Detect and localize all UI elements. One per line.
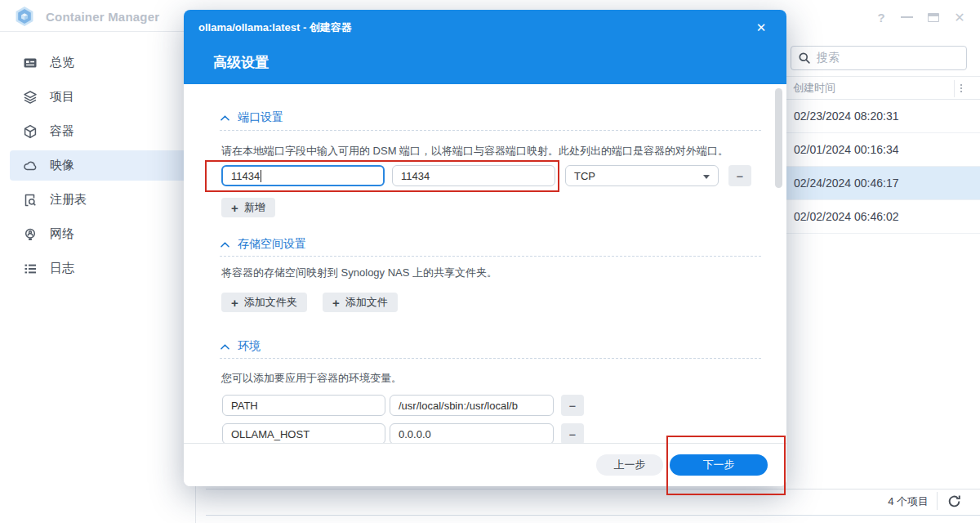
chevron-up-icon bbox=[220, 242, 229, 248]
protocol-select[interactable]: TCP bbox=[565, 165, 719, 186]
section-title-label: 端口设置 bbox=[238, 110, 283, 125]
chevron-up-icon bbox=[220, 344, 229, 350]
section-storage-toggle[interactable]: 存储空间设置 bbox=[220, 237, 306, 252]
plus-icon: + bbox=[231, 201, 238, 215]
statusbar-vertical-divider bbox=[937, 492, 938, 510]
next-button[interactable]: 下一步 bbox=[670, 454, 768, 476]
env-name-input[interactable]: PATH bbox=[222, 395, 385, 416]
statusbar-divider-top bbox=[206, 489, 980, 489]
search-input[interactable]: 搜索 bbox=[791, 46, 967, 70]
text-cursor bbox=[261, 170, 261, 182]
create-container-dialog: ollama/ollama:latest - 创建容器 高级设置 ✕ 端口设置 … bbox=[184, 10, 786, 486]
minus-icon: − bbox=[737, 169, 744, 183]
search-icon bbox=[798, 51, 811, 65]
table-row[interactable]: 02/23/2024 08:20:31 bbox=[786, 100, 980, 133]
search-placeholder: 搜索 bbox=[817, 51, 840, 65]
container-manager-window: Container Manager ? ✕ 总览 项目 bbox=[0, 0, 980, 523]
add-port-label: 新增 bbox=[244, 200, 265, 215]
environment-description: 您可以添加要应用于容器的环境变量。 bbox=[221, 371, 402, 386]
plus-icon: + bbox=[332, 296, 340, 310]
section-divider bbox=[220, 358, 761, 359]
dialog-footer: 上一步 下一步 bbox=[184, 443, 786, 486]
created-time-cell: 02/02/2024 06:46:02 bbox=[794, 210, 898, 223]
chevron-up-icon bbox=[220, 115, 229, 121]
env-value-input[interactable]: 0.0.0.0 bbox=[390, 423, 554, 445]
ports-description: 请在本地端口字段中输入可用的 DSM 端口，以将端口与容器端口映射。此处列出的端… bbox=[221, 144, 728, 159]
container-port-input[interactable]: 11434 bbox=[392, 165, 555, 186]
refresh-icon bbox=[947, 494, 962, 509]
dialog-subtitle: 高级设置 bbox=[213, 53, 269, 72]
column-header-row: 创建时间 bbox=[786, 76, 980, 100]
section-environment-toggle[interactable]: 环境 bbox=[220, 339, 261, 354]
container-port-value: 11434 bbox=[401, 170, 430, 182]
protocol-value: TCP bbox=[574, 170, 595, 182]
item-count-label: 4 个项目 bbox=[888, 494, 929, 509]
created-time-cell: 02/23/2024 08:20:31 bbox=[794, 110, 898, 123]
env-value-value: /usr/local/sbin:/usr/local/b bbox=[399, 400, 518, 412]
local-port-input[interactable]: 11434 bbox=[221, 165, 385, 186]
table-row-selected[interactable]: 02/24/2024 00:46:17 bbox=[786, 167, 980, 200]
statusbar-divider-bottom bbox=[206, 515, 980, 516]
column-options-icon[interactable] bbox=[960, 84, 962, 92]
section-ports-toggle[interactable]: 端口设置 bbox=[220, 110, 283, 125]
column-divider bbox=[954, 80, 955, 97]
env-value-input[interactable]: /usr/local/sbin:/usr/local/b bbox=[390, 395, 554, 416]
dialog-close-icon[interactable]: ✕ bbox=[752, 19, 770, 37]
minus-icon: − bbox=[569, 427, 577, 441]
refresh-button[interactable] bbox=[943, 491, 964, 511]
add-file-button[interactable]: + 添加文件 bbox=[323, 293, 398, 312]
section-divider bbox=[220, 256, 761, 257]
storage-description: 将容器的存储空间映射到 Synology NAS 上的共享文件夹。 bbox=[221, 266, 497, 280]
add-file-label: 添加文件 bbox=[345, 295, 388, 310]
table-row[interactable]: 02/02/2024 06:46:02 bbox=[786, 200, 980, 234]
column-header-created-time[interactable]: 创建时间 bbox=[793, 81, 835, 96]
env-name-input[interactable]: OLLAMA_HOST bbox=[222, 423, 385, 445]
section-divider bbox=[220, 130, 761, 131]
created-time-cell: 02/24/2024 00:46:17 bbox=[794, 177, 898, 190]
add-port-button[interactable]: + 新增 bbox=[221, 198, 275, 217]
section-title-label: 环境 bbox=[238, 339, 261, 354]
plus-icon: + bbox=[231, 296, 238, 310]
add-folder-label: 添加文件夹 bbox=[244, 295, 297, 310]
env-name-value: PATH bbox=[231, 400, 258, 412]
chevron-down-icon bbox=[703, 175, 710, 179]
dialog-title: ollama/ollama:latest - 创建容器 bbox=[198, 20, 352, 35]
local-port-value: 11434 bbox=[231, 170, 260, 182]
env-value-value: 0.0.0.0 bbox=[399, 428, 431, 440]
section-title-label: 存储空间设置 bbox=[238, 237, 306, 252]
table-row[interactable]: 02/01/2024 00:16:34 bbox=[786, 133, 980, 167]
add-folder-button[interactable]: + 添加文件夹 bbox=[221, 293, 307, 312]
created-time-cell: 02/01/2024 00:16:34 bbox=[794, 143, 898, 156]
image-list: 02/23/2024 08:20:31 02/01/2024 00:16:34 … bbox=[786, 100, 980, 234]
remove-port-button[interactable]: − bbox=[728, 165, 751, 186]
dialog-header: ollama/ollama:latest - 创建容器 高级设置 ✕ bbox=[184, 10, 786, 84]
env-name-value: OLLAMA_HOST bbox=[231, 428, 310, 440]
minus-icon: − bbox=[569, 399, 577, 413]
dialog-scrollbar[interactable] bbox=[775, 88, 782, 188]
back-button[interactable]: 上一步 bbox=[596, 454, 663, 476]
remove-env-button[interactable]: − bbox=[561, 423, 584, 445]
remove-env-button[interactable]: − bbox=[561, 395, 584, 416]
